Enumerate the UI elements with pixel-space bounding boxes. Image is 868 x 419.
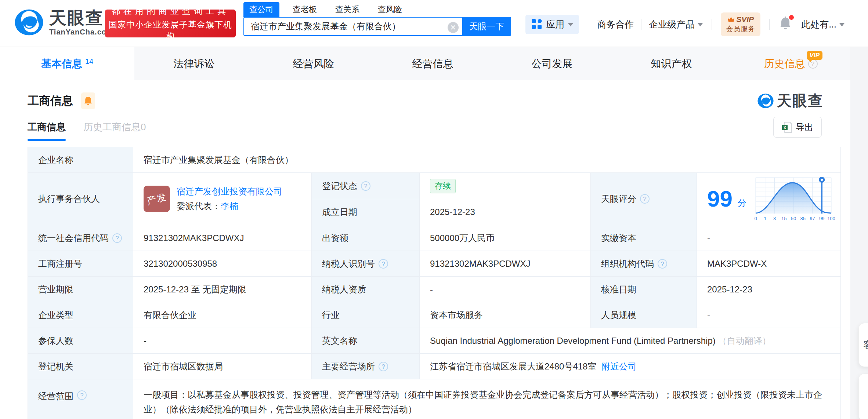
search-tab-company[interactable]: 查公司 [243,2,279,17]
representative-link[interactable]: 李楠 [221,201,238,211]
svg-text:99: 99 [819,216,824,221]
notifications-button[interactable] [779,17,792,32]
taxpayer-id-value: 91321302MAK3PCDWXJ [420,251,591,277]
subtab-history-business-info[interactable]: 历史工商信息0 [83,121,146,141]
notification-dot [789,15,794,20]
field-label: 工商注册号 [28,251,133,277]
field-label: 英文名称 [312,328,420,354]
help-icon[interactable]: ? [379,259,388,269]
establish-date-value: 2025-12-23 [420,199,591,225]
field-label: 核准日期 [591,277,697,302]
caret-down-icon [698,23,703,26]
address-value: 江苏省宿迁市宿城区发展大道2480号418室 附近公司 [420,354,841,379]
watermark-logo: 天眼查 [757,91,823,111]
subtab-business-info[interactable]: 工商信息 [28,121,66,141]
svg-text:1: 1 [764,216,766,221]
taxpayer-qualification-value: - [420,277,591,302]
svip-sublabel: 会员服务 [726,24,755,34]
english-name-value: Suqian Industrial Agglomeration Developm… [420,328,841,354]
help-icon[interactable]: ? [361,181,370,191]
tab-intellectual-property[interactable]: 知识产权 [612,47,731,80]
tab-count: 14 [85,57,93,66]
logo-brand: 天眼查 [49,9,113,27]
customer-service-label: 客 [863,339,868,351]
company-tabbar: 基本信息 14 法律诉讼 经营风险 经营信息 公司发展 知识产权 VIP 历史信… [0,47,850,80]
tianyancha-logo[interactable]: 天眼查 TianYanCha.com [14,7,113,37]
field-label: 出资额 [312,225,420,251]
industry-value: 资本市场服务 [420,302,591,328]
score-number: 99 [707,187,733,210]
field-label: 主要经营场所? [312,354,420,379]
help-icon[interactable]: ? [112,233,122,243]
search-tab-relation[interactable]: 查关系 [330,2,365,17]
excel-icon: X [782,122,792,133]
business-term-value: 2025-12-23 至 无固定期限 [133,277,312,302]
svg-text:100: 100 [827,216,835,221]
subtab-label: 历史工商信息 [83,121,141,132]
tab-company-development[interactable]: 公司发展 [492,47,612,80]
user-menu[interactable]: 此处有... [801,18,845,30]
registration-status-value: 存续 [420,173,591,199]
slogan-banner: 都在用的商业查询工具 国家中小企业发展子基金旗下机构 [105,10,236,37]
field-label: 经营范围? [28,379,133,419]
field-label: 统一社会信用代码? [28,225,133,251]
tab-basic-info[interactable]: 基本信息 14 [0,47,134,80]
field-label: 组织机构代码? [591,251,697,277]
partner-logo[interactable]: 产发 [144,186,170,212]
user-menu-label: 此处有... [801,18,836,30]
search-button[interactable]: 天眼一下 [462,17,511,36]
divider [769,19,770,30]
help-icon[interactable]: ? [640,194,650,204]
tab-operation-risk[interactable]: 经营风险 [254,47,373,80]
score-unit: 分 [738,197,746,209]
field-label: 天眼评分? [591,173,697,225]
org-code-value: MAK3PCDW-X [697,251,841,277]
apps-menu-button[interactable]: 应用 [525,15,579,34]
tab-history-info[interactable]: VIP 历史信息 ? [731,47,850,80]
search-area: 查公司 查老板 查关系 查风险 ✕ 天眼一下 [243,4,511,36]
section-header: 工商信息 [28,92,95,109]
customer-service-widget[interactable]: 客 [858,323,868,367]
partner-company-link[interactable]: 宿迁产发创业投资有限公司 [177,186,282,197]
search-input[interactable] [243,17,462,36]
field-label: 企业名称 [28,147,133,173]
help-icon[interactable]: ? [658,259,667,269]
caret-down-icon [839,23,845,26]
svg-text:97: 97 [810,216,815,221]
insured-count-value: - [133,328,312,354]
section-title: 工商信息 [28,93,73,109]
search-clear-icon[interactable]: ✕ [448,22,459,33]
business-cooperation-link[interactable]: 商务合作 [597,18,634,30]
subtab-count: 0 [141,121,146,132]
search-tab-risk[interactable]: 查风险 [373,2,407,17]
subscribe-bell-button[interactable] [81,92,95,109]
company-name-value: 宿迁市产业集聚发展基金（有限合伙） [133,147,841,173]
field-label: 参保人数 [28,328,133,354]
credit-code-value: 91321302MAK3PCDWXJ [133,225,312,251]
search-tab-boss[interactable]: 查老板 [287,2,322,17]
help-icon[interactable]: ? [77,390,87,400]
registration-authority-value: 宿迁市宿城区数据局 [133,354,312,379]
help-icon[interactable]: ? [379,362,388,371]
export-button[interactable]: X 导出 [773,117,822,138]
tianyancha-logo-icon [14,7,44,37]
nearby-companies-link[interactable]: 附近公司 [601,361,637,372]
svg-text:85: 85 [800,216,806,221]
crown-icon [727,17,735,22]
field-label: 纳税人资质 [312,277,420,302]
floating-widget[interactable] [858,374,868,419]
representative-line: 委派代表：李楠 [177,200,282,212]
divider [641,19,641,30]
svg-text:3: 3 [773,216,776,221]
approval-date-value: 2025-12-23 [697,277,841,302]
svip-member-button[interactable]: SVIP 会员服务 [721,12,760,36]
tab-label: 基本信息 [41,57,82,71]
watermark-text: 天眼查 [777,91,823,111]
enterprise-products-link[interactable]: 企业级产品 [649,18,703,30]
tab-operation-info[interactable]: 经营信息 [373,47,492,80]
field-label: 纳税人识别号? [312,251,420,277]
paid-capital-value: - [697,225,841,251]
svg-text:X: X [784,125,786,130]
partner-value: 产发 宿迁产发创业投资有限公司 委派代表：李楠 [133,173,312,225]
tab-legal[interactable]: 法律诉讼 [134,47,254,80]
